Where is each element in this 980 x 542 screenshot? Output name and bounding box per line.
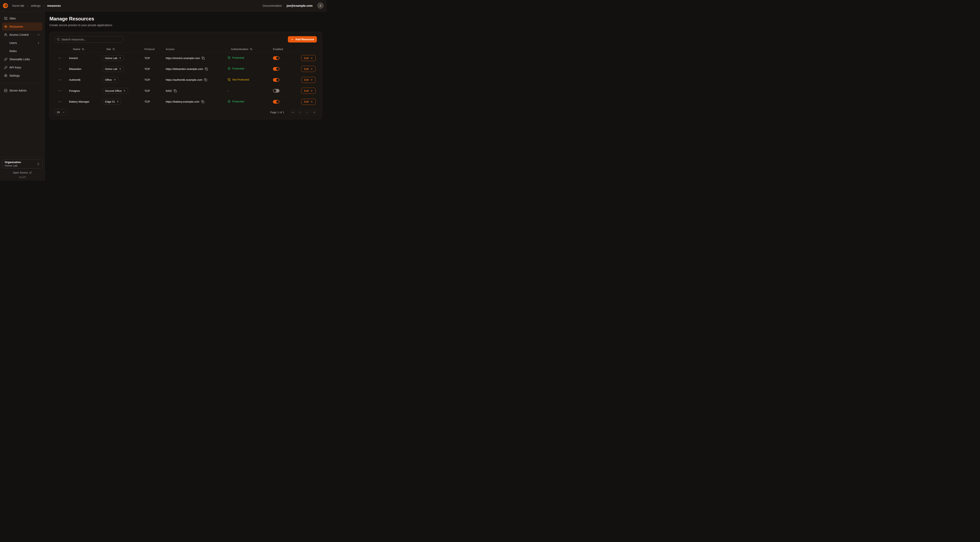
edit-button[interactable]: Edit: [301, 88, 316, 94]
copy-icon[interactable]: [204, 78, 207, 81]
header-site-sort[interactable]: Site: [106, 48, 115, 51]
breadcrumb-org[interactable]: home-lab: [12, 4, 24, 7]
arrow-right-icon: [310, 68, 313, 70]
header-name-sort[interactable]: Name: [73, 48, 84, 51]
sidebar-item-label: Server Admin: [10, 89, 27, 92]
open-source-link[interactable]: Open Source: [2, 171, 43, 174]
row-menu-button[interactable]: [57, 99, 62, 104]
copy-icon[interactable]: [173, 89, 177, 92]
header-authentication-sort[interactable]: Authentication: [231, 48, 253, 51]
resource-access-url[interactable]: https://immich.example.com: [166, 57, 200, 60]
page-size-select[interactable]: 20: [54, 109, 67, 115]
search-box: [54, 36, 123, 43]
edit-button[interactable]: Edit: [301, 55, 316, 61]
chevron-right-icon: [37, 41, 40, 45]
table-row: Battery Manager Edge 01 TCP https://batt…: [54, 96, 317, 107]
sidebar-item-users[interactable]: Users: [2, 39, 43, 47]
add-resource-button[interactable]: Add Resource: [288, 36, 317, 43]
documentation-link[interactable]: Documentation: [263, 4, 282, 7]
sidebar-item-label: API Keys: [10, 66, 21, 69]
edit-button[interactable]: Edit: [301, 66, 316, 72]
site-link-button[interactable]: Second Office: [102, 88, 128, 94]
page-subtitle: Create secure proxies to your private ap…: [49, 24, 322, 27]
auth-status-none: -: [228, 89, 229, 92]
sidebar-item-access-control[interactable]: Access Control: [2, 31, 43, 39]
row-menu-button[interactable]: [57, 67, 62, 71]
last-page-button[interactable]: [312, 110, 317, 115]
chevron-right-icon: [306, 111, 309, 114]
row-menu-button[interactable]: [57, 56, 62, 60]
table-toolbar: Add Resource: [54, 36, 317, 43]
enabled-toggle[interactable]: [273, 78, 280, 82]
site-link-button[interactable]: Home Lab: [102, 55, 124, 61]
sidebar-item-label: Settings: [10, 74, 20, 77]
header-protocol: Protocol: [145, 48, 166, 51]
organization-value: Home Lab: [5, 164, 21, 167]
sidebar: Sites Resources Access Control Users Rol…: [0, 11, 45, 181]
page-info: Page 1 of 1: [270, 111, 284, 114]
resource-name: Bitwarden: [69, 67, 102, 70]
chevron-right-icon: [43, 5, 45, 7]
shield-off-icon: [228, 78, 231, 81]
resource-name: Postgres: [69, 89, 102, 92]
waypoints-icon: [4, 25, 7, 28]
avatar[interactable]: J: [317, 2, 324, 9]
main-content: Manage Resources Create secure proxies t…: [45, 11, 327, 181]
topbar-right: Documentation joe@example.com J: [263, 2, 324, 9]
breadcrumb-settings[interactable]: settings: [31, 4, 40, 7]
shield-check-icon: [228, 56, 231, 59]
row-menu-button[interactable]: [57, 89, 62, 93]
sidebar-item-roles[interactable]: Roles: [2, 47, 43, 55]
ellipsis-icon: [58, 67, 61, 70]
external-link-icon: [29, 172, 32, 174]
sidebar-item-resources[interactable]: Resources: [2, 22, 43, 31]
arrow-up-right-icon: [119, 68, 121, 70]
table-header-row: Name Site Protocol Access Authentication…: [54, 46, 317, 53]
enabled-toggle[interactable]: [273, 56, 280, 60]
organization-selector[interactable]: Organization Home Lab: [2, 159, 43, 168]
auth-status-not-protected: Not Protected: [228, 78, 249, 81]
resource-access-url[interactable]: https://bitwarden.example.com: [166, 67, 203, 70]
chevron-left-icon: [299, 111, 301, 114]
version-label: v1.3.0: [2, 176, 43, 179]
first-page-button[interactable]: [290, 110, 296, 115]
breadcrumb: home-lab settings resources: [12, 4, 61, 7]
copy-icon[interactable]: [205, 67, 208, 70]
enabled-toggle[interactable]: [273, 67, 280, 71]
chevron-right-icon: [26, 5, 29, 7]
sidebar-item-label: Users: [10, 41, 17, 45]
site-link-button[interactable]: Office: [102, 77, 118, 83]
next-page-button[interactable]: [304, 110, 310, 115]
users-icon: [4, 33, 7, 37]
sidebar-item-label: Resources: [10, 25, 23, 28]
resources-card: Add Resource Name Site Protocol Access A…: [49, 32, 322, 120]
arrow-right-icon: [310, 78, 313, 81]
edit-button[interactable]: Edit: [301, 99, 316, 105]
sidebar-item-server-admin[interactable]: Server Admin: [2, 86, 43, 95]
resource-access-port[interactable]: 5432: [166, 89, 172, 92]
auth-status-protected: Protected: [228, 56, 244, 59]
edit-button[interactable]: Edit: [301, 77, 316, 83]
resource-access-url[interactable]: https://authentik.example.com: [166, 78, 202, 81]
previous-page-button[interactable]: [297, 110, 302, 115]
chevron-down-icon: [62, 111, 65, 114]
sidebar-item-sites[interactable]: Sites: [2, 14, 43, 22]
page-size-value: 20: [57, 111, 60, 114]
copy-icon[interactable]: [201, 100, 204, 103]
search-input[interactable]: [62, 38, 121, 41]
enabled-toggle[interactable]: [273, 100, 280, 104]
site-link-button[interactable]: Edge 01: [102, 99, 121, 105]
sidebar-item-shareable-links[interactable]: Shareable Links: [2, 55, 43, 63]
add-resource-label: Add Resource: [295, 38, 314, 41]
resource-access-url[interactable]: https://battery.example.com: [166, 100, 199, 103]
chevrons-left-icon: [291, 111, 294, 114]
user-email[interactable]: joe@example.com: [286, 4, 313, 7]
sidebar-item-settings[interactable]: Settings: [2, 72, 43, 80]
pangolin-logo-icon[interactable]: [2, 3, 8, 9]
enabled-toggle[interactable]: [273, 89, 280, 92]
sort-icon: [112, 48, 115, 51]
site-link-button[interactable]: Home Lab: [102, 66, 124, 72]
copy-icon[interactable]: [202, 57, 205, 60]
row-menu-button[interactable]: [57, 78, 62, 82]
sidebar-item-api-keys[interactable]: API Keys: [2, 63, 43, 72]
